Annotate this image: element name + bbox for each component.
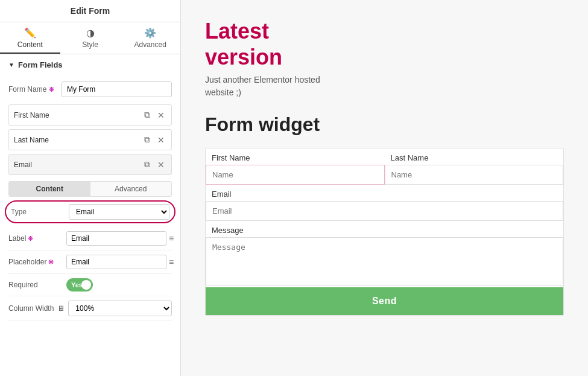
tab-content-label: Content xyxy=(17,40,43,49)
field-row-email: Email ⧉ ✕ xyxy=(8,154,172,175)
field-sub-tabs: Content Advanced xyxy=(8,181,172,197)
form-name-row: Form Name ❋ xyxy=(0,81,180,97)
required-setting-value: Yes xyxy=(66,278,172,292)
email-input[interactable] xyxy=(206,201,563,221)
placeholder-setting-value: ≡ xyxy=(66,255,174,269)
field-row-firstname: First Name ⧉ ✕ xyxy=(8,104,172,126)
placeholder-setting-label: Placeholder ❋ xyxy=(8,258,63,266)
tab-style[interactable]: ◑ Style xyxy=(60,22,121,54)
copy-icon-lastname[interactable]: ⧉ xyxy=(142,133,152,146)
form-field-firstname: First Name xyxy=(206,148,385,185)
site-subtitle: Just another Elementor hostedwebsite ;) xyxy=(205,74,564,99)
dynamic-icon: ❋ xyxy=(49,86,54,94)
field-name-email: Email xyxy=(14,161,139,169)
column-width-select[interactable]: 100% 75% 66% 50% 33% 25% xyxy=(68,301,172,316)
send-button[interactable]: Send xyxy=(206,287,563,315)
required-setting-label: Required xyxy=(8,281,63,289)
copy-icon-email[interactable]: ⧉ xyxy=(142,158,152,171)
form-fields-section: ▼ Form Fields xyxy=(0,54,180,81)
setting-row-required: Required Yes xyxy=(8,274,172,296)
subtab-content[interactable]: Content xyxy=(9,182,90,196)
settings-section: Label ❋ ≡ Placeholder ❋ ≡ Required xyxy=(0,227,180,321)
field-row-lastname: Last Name ⧉ ✕ xyxy=(8,129,172,150)
lastname-label: Last Name xyxy=(385,148,564,165)
left-panel: Edit Form ✏️ Content ◑ Style ⚙️ Advanced… xyxy=(0,0,181,376)
message-textarea[interactable] xyxy=(206,237,563,285)
site-title-line1: Latest xyxy=(205,19,269,43)
form-row-email: Email xyxy=(206,185,563,221)
delete-icon-email[interactable]: ✕ xyxy=(156,159,166,171)
message-label: Message xyxy=(206,221,563,237)
clear-icon-placeholder[interactable]: ≡ xyxy=(169,257,174,267)
label-input[interactable] xyxy=(66,231,166,246)
top-tabs: ✏️ Content ◑ Style ⚙️ Advanced xyxy=(0,22,180,54)
setting-row-column-width: Column Width 🖥 100% 75% 66% 50% 33% 25% xyxy=(8,296,172,321)
firstname-input[interactable] xyxy=(206,165,385,185)
toggle-knob xyxy=(81,280,91,290)
form-field-message: Message xyxy=(206,221,563,287)
gear-icon: ⚙️ xyxy=(144,27,156,39)
site-title: Latest version xyxy=(205,18,564,70)
panel-title: Edit Form xyxy=(0,0,180,22)
email-label: Email xyxy=(206,185,563,201)
section-header: ▼ Form Fields xyxy=(8,60,172,69)
tab-style-label: Style xyxy=(82,40,98,49)
form-row-names: First Name Last Name xyxy=(206,148,563,185)
tab-advanced[interactable]: ⚙️ Advanced xyxy=(120,22,180,54)
label-setting-label: Label ❋ xyxy=(8,234,63,243)
pencil-icon: ✏️ xyxy=(24,27,36,39)
required-toggle[interactable]: Yes xyxy=(66,278,93,292)
tab-advanced-label: Advanced xyxy=(134,40,166,49)
section-title: Form Fields xyxy=(18,60,63,69)
right-panel: Latest version Just another Elementor ho… xyxy=(181,0,588,376)
setting-row-label: Label ❋ ≡ xyxy=(8,227,172,250)
field-name-firstname: First Name xyxy=(14,111,139,119)
monitor-icon: 🖥 xyxy=(57,304,65,313)
required-toggle-wrapper: Yes xyxy=(66,278,93,292)
column-width-value: 100% 75% 66% 50% 33% 25% xyxy=(68,301,172,316)
delete-icon-firstname[interactable]: ✕ xyxy=(156,109,166,121)
copy-icon-firstname[interactable]: ⧉ xyxy=(142,109,152,121)
collapse-arrow: ▼ xyxy=(8,62,14,68)
lastname-input[interactable] xyxy=(385,165,564,185)
dynamic-icon-label: ❋ xyxy=(28,235,33,243)
form-name-label: Form Name ❋ xyxy=(8,85,57,94)
form-name-input[interactable] xyxy=(62,81,172,97)
type-row-inner: Type Email Text Textarea Number Tel URL … xyxy=(11,204,169,220)
form-field-email: Email xyxy=(206,185,563,221)
halfcircle-icon: ◑ xyxy=(86,27,95,39)
type-select[interactable]: Email Text Textarea Number Tel URL Passw… xyxy=(69,204,169,220)
site-title-line2: version xyxy=(205,45,282,69)
delete-icon-lastname[interactable]: ✕ xyxy=(156,134,166,146)
widget-title: Form widget xyxy=(205,113,564,136)
form-field-lastname: Last Name xyxy=(385,148,564,185)
form-preview: First Name Last Name Email Message Send xyxy=(205,148,564,316)
field-name-lastname: Last Name xyxy=(14,136,139,144)
clear-icon-label[interactable]: ≡ xyxy=(169,234,174,243)
label-setting-value: ≡ xyxy=(66,231,174,246)
firstname-label: First Name xyxy=(206,148,385,165)
subtab-advanced[interactable]: Advanced xyxy=(90,182,172,196)
placeholder-input[interactable] xyxy=(66,255,166,269)
dynamic-icon-placeholder: ❋ xyxy=(48,258,54,266)
form-row-message: Message xyxy=(206,221,563,287)
type-label: Type xyxy=(11,208,65,216)
column-width-label: Column Width 🖥 xyxy=(8,304,65,313)
setting-row-placeholder: Placeholder ❋ ≡ xyxy=(8,250,172,274)
tab-content[interactable]: ✏️ Content xyxy=(0,22,60,54)
type-highlighted-row: Type Email Text Textarea Number Tel URL … xyxy=(5,200,175,223)
